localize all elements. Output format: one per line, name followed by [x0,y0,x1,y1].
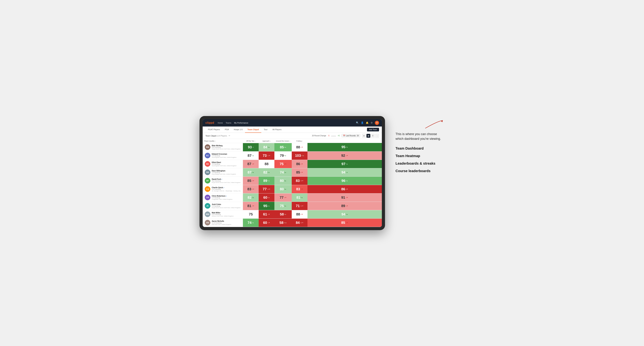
download-button[interactable]: ↓ [375,134,379,138]
player-name[interactable]: Dave Billingham [212,170,242,172]
player-name[interactable]: David Ford✓ [212,178,242,180]
grid-view-button[interactable]: ⊞ [362,134,366,138]
metric-cell-2: 75-3▼ [274,160,292,168]
player-cell: MM Matt Miller 6-10 Handicap Woburn Golf… [203,210,243,218]
metric-number: 74 [280,170,284,174]
col-approach[interactable]: Approach ↓ [259,139,274,143]
metric-change: 6▲ [268,147,270,148]
table-row[interactable]: MM Matt Miller 6-10 Handicap Woburn Golf… [203,210,382,218]
metric-number: 86 [296,162,300,166]
metric-value: 84-21▼ [292,219,308,227]
profile-icon[interactable]: 👤 [361,121,364,124]
metric-cell-4: 92-3▼ [308,151,382,160]
player-avatar: DF [205,178,210,183]
metric-value: 858▲ [274,143,292,151]
col-putting[interactable]: Putting ↓ [292,139,308,143]
col-player-quality[interactable]: Player Quality ↓ [203,139,243,143]
metric-change: -3▼ [346,197,348,198]
table-row[interactable]: EE Elliot Ebert 1-5 Handicap Sunningdale… [203,160,382,168]
metric-cell-3: 85-3▼ [292,168,308,176]
nav-teams[interactable]: Teams [226,121,231,125]
tablet-screen: clippd Home Teams My Performance 🔍 👤 🔔 ⚙… [203,119,382,227]
player-club: Gog Magog Golf Club, United Kingdom [212,173,242,175]
table-row[interactable]: DF David Ford✓ Plus Handicap Royal North… [203,176,382,185]
calendar-icon: 📅 [343,135,345,137]
table-row[interactable]: BM Blair McHarg Plus Handicap Royal Nort… [203,143,382,151]
metric-change: 4▲ [252,172,254,173]
col-off-tee[interactable]: Off the Tee ↓ [243,139,259,143]
nav-icons: 🔍 👤 🔔 ⚙ U [356,121,379,125]
metric-number: 97 [342,162,345,166]
metric-value: 748▲ [243,219,259,227]
tab-hcaps[interactable]: Hcaps 1-5 [231,127,245,133]
user-avatar[interactable]: U [375,121,379,125]
player-avatar: CQ [205,186,210,192]
metric-cell-0: 748▲ [243,218,259,227]
player-name[interactable]: Matt Miller [212,212,242,214]
player-name[interactable]: Blair McHarg [212,145,242,147]
player-avatar: MM [205,211,210,217]
table-row[interactable]: EC Edward Crossman 1-5 Handicap Sunningd… [203,151,382,160]
metric-number: 61 [263,212,267,216]
metric-change: -3▼ [268,213,270,215]
metric-cell-4: 86-8▼ [308,185,382,193]
player-name[interactable]: Aaron Nicholls [212,220,242,222]
last-rounds-button[interactable]: 📅 Last Rounds: 20 [342,134,360,137]
metric-number: 60 [264,195,267,199]
metric-value: 77-3▼ [274,193,292,202]
metric-change: 4▲ [284,213,286,215]
player-info: Edward Crossman 1-5 Handicap Sunningdale… [212,153,242,158]
player-name[interactable]: Charlie Quick✓ [212,187,242,188]
metric-value: 88-2▼ [292,210,308,218]
metric-cell-4: 91-3▼ [308,193,382,202]
table-row[interactable]: CQ Charlie Quick✓ 6-10 Handicap St. Geor… [203,185,382,193]
metric-cell-1: 88 [259,160,274,168]
table-row[interactable]: AN Aaron Nicholls 11-15 Handicap Drift G… [203,218,382,227]
metric-number: 103 [295,154,301,158]
player-name[interactable]: Elliot Ebert [212,162,242,163]
player-name[interactable]: Edward Crossman [212,153,242,155]
metric-number: 75 [249,212,253,216]
metric-cell-2: 584▲ [274,210,292,218]
metric-change: 1▲ [252,155,254,156]
tab-pga[interactable]: PGA [222,127,231,133]
table-row[interactable]: JC Josh Coles 1-5 Handicap Royal North D… [203,202,382,210]
tab-pgat-players[interactable]: PGAT Players [206,127,222,133]
settings-icon[interactable]: ⚙ [371,121,373,124]
tab-tour[interactable]: Tour [261,127,270,133]
metric-number: 73 [263,154,266,158]
nav-my-performance[interactable]: My Performance [234,121,248,125]
add-team-button[interactable]: Add Team [367,128,379,131]
player-cell: AN Aaron Nicholls 11-15 Handicap Drift G… [203,218,243,227]
edit-icon[interactable]: ✏ [229,135,230,137]
metric-number: 84 [296,221,300,225]
metric-number: 85 [248,179,251,183]
metric-number: 71 [296,204,300,208]
metric-cell-3: 10315▲ [292,151,308,160]
metric-number: 87 [248,154,252,158]
player-name[interactable]: Chris Robertson✓ [212,195,242,197]
player-name[interactable]: Josh Coles [212,203,242,205]
last-rounds-label: Last Rounds: [346,135,356,137]
col-around-green[interactable]: Around the Green ↓ [274,139,292,143]
bell-icon[interactable]: 🔔 [366,121,368,124]
nav-home[interactable]: Home [218,121,223,125]
metric-cell-2: 858▲ [274,143,292,151]
tab-team-clippd[interactable]: Team Clippd [245,127,261,133]
player-info: Blair McHarg Plus Handicap Royal North D… [212,145,242,150]
table-row[interactable]: DB Dave Billingham 1-5 Handicap Gog Mago… [203,168,382,176]
table-row[interactable]: CR Chris Robertson✓ 1-5 Handicap Craigmi… [203,193,382,202]
metric-number: 79 [280,154,284,158]
tab-all-players[interactable]: All Players [270,127,284,133]
search-icon[interactable]: 🔍 [356,121,359,124]
metric-cell-3: 83-10▼ [292,176,308,185]
list-view-button[interactable]: ☰ [371,134,375,138]
metric-number: 85 [341,221,345,225]
metric-number: 77 [263,187,266,191]
metric-change: 5▲ [346,163,348,165]
player-info: David Ford✓ Plus Handicap Royal North De… [212,178,242,183]
metric-change: -11▼ [300,205,303,207]
heatmap-view-button[interactable]: ▦ [366,134,370,138]
metric-cell-1: 61-3▼ [259,210,274,218]
player-handicap: 1-5 Handicap [212,205,242,207]
